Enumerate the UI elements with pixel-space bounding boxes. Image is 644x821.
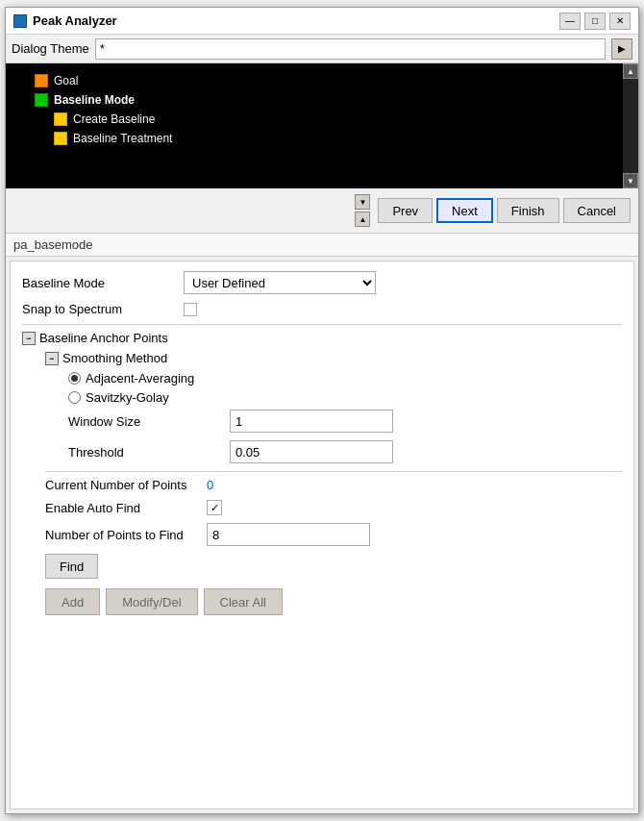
threshold-input[interactable] [230, 440, 393, 463]
nav-label-baseline-treatment: Baseline Treatment [73, 132, 172, 145]
snap-to-spectrum-checkbox[interactable] [184, 303, 197, 316]
snap-to-spectrum-label: Snap to Spectrum [22, 302, 176, 316]
baseline-anchor-content: − Smoothing Method Adjacent-Averaging Sa… [22, 351, 622, 615]
baseline-mode-label: Baseline Mode [22, 276, 176, 290]
dialog-theme-arrow-button[interactable]: ▶ [611, 38, 632, 60]
main-window: Peak Analyzer — □ ✕ Dialog Theme ▶ Goal … [5, 7, 639, 814]
nav-scroll-down-button[interactable]: ▼ [623, 173, 638, 188]
cancel-button[interactable]: Cancel [563, 198, 631, 223]
panel-scroll-up-button[interactable]: ▲ [355, 211, 370, 227]
baseline-mode-row: Baseline Mode User Defined Automatic [22, 271, 622, 294]
minimize-button[interactable]: — [559, 12, 581, 30]
nav-scrollbar: ▲ ▼ [623, 63, 638, 188]
enable-auto-find-checkbox[interactable]: ✓ [207, 500, 222, 515]
enable-auto-find-label: Enable Auto Find [45, 501, 199, 515]
nav-item-goal[interactable]: Goal [15, 71, 613, 90]
create-baseline-icon [54, 112, 67, 126]
dialog-theme-label: Dialog Theme [12, 41, 89, 56]
num-points-input[interactable] [207, 523, 370, 546]
window-size-label: Window Size [68, 414, 222, 429]
nav-label-create-baseline: Create Baseline [73, 112, 155, 126]
nav-label-baseline-mode: Baseline Mode [54, 93, 135, 107]
nav-item-baseline-mode[interactable]: Baseline Mode [15, 90, 613, 110]
baseline-anchor-label: Baseline Anchor Points [39, 331, 168, 345]
app-icon [13, 14, 27, 28]
dialog-theme-input[interactable] [95, 38, 606, 60]
nav-item-baseline-treatment[interactable]: Baseline Treatment [15, 129, 613, 148]
close-button[interactable]: ✕ [609, 12, 631, 30]
nav-tree: Goal Baseline Mode Create Baseline Basel… [6, 63, 623, 188]
find-button[interactable]: Find [45, 554, 98, 579]
baseline-mode-select[interactable]: User Defined Automatic [184, 271, 376, 294]
modify-del-button[interactable]: Modify/Del [106, 588, 197, 615]
savitzky-golay-label: Savitzky-Golay [86, 390, 169, 405]
nav-panel: Goal Baseline Mode Create Baseline Basel… [6, 63, 638, 188]
panel-scroll-down-button[interactable]: ▼ [355, 194, 370, 210]
snap-to-spectrum-row: Snap to Spectrum [22, 302, 622, 316]
nav-scroll-up-button[interactable]: ▲ [623, 63, 638, 79]
navigation-buttons-row: ▼ ▲ Prev Next Finish Cancel [6, 188, 638, 234]
window-size-row: Window Size [68, 410, 622, 433]
baseline-mode-icon [35, 93, 48, 107]
current-points-label: Current Number of Points [45, 478, 199, 492]
dialog-theme-row: Dialog Theme ▶ [6, 35, 638, 63]
savitzky-golay-radio[interactable] [68, 391, 81, 404]
nav-scroll-track [623, 79, 638, 173]
next-button[interactable]: Next [436, 198, 493, 223]
smoothing-method-content: Adjacent-Averaging Savitzky-Golay Window… [45, 371, 622, 463]
nav-label-goal: Goal [54, 74, 78, 87]
adjacent-averaging-radio[interactable] [68, 372, 81, 385]
clear-all-button[interactable]: Clear All [204, 588, 283, 615]
current-points-row: Current Number of Points 0 [45, 478, 622, 492]
threshold-row: Threshold [68, 440, 622, 463]
smoothing-method-collapse-button[interactable]: − [45, 352, 59, 365]
adjacent-averaging-label: Adjacent-Averaging [86, 371, 194, 386]
current-points-value: 0 [207, 478, 213, 492]
threshold-label: Threshold [68, 445, 222, 460]
title-bar: Peak Analyzer — □ ✕ [6, 8, 638, 35]
panel-id: pa_basemode [6, 234, 638, 257]
main-content: Baseline Mode User Defined Automatic Sna… [10, 261, 634, 809]
add-button[interactable]: Add [45, 588, 100, 615]
window-size-input[interactable] [230, 410, 393, 433]
baseline-anchor-section-header: − Baseline Anchor Points [22, 331, 622, 345]
baseline-anchor-collapse-button[interactable]: − [22, 332, 36, 345]
smoothing-method-section-header: − Smoothing Method [45, 351, 622, 365]
finish-button[interactable]: Finish [497, 198, 559, 223]
title-bar-controls: — □ ✕ [559, 12, 631, 30]
savitzky-golay-row: Savitzky-Golay [68, 390, 622, 405]
goal-icon [35, 74, 48, 87]
prev-button[interactable]: Prev [378, 198, 433, 223]
nav-item-create-baseline[interactable]: Create Baseline [15, 110, 613, 129]
maximize-button[interactable]: □ [584, 12, 606, 30]
window-title: Peak Analyzer [33, 13, 554, 28]
baseline-treatment-icon [54, 132, 67, 145]
adjacent-averaging-row: Adjacent-Averaging [68, 371, 622, 386]
smoothing-method-label: Smoothing Method [62, 351, 167, 365]
enable-auto-find-row: Enable Auto Find ✓ [45, 500, 622, 515]
num-points-row: Number of Points to Find [45, 523, 622, 546]
num-points-label: Number of Points to Find [45, 528, 199, 542]
